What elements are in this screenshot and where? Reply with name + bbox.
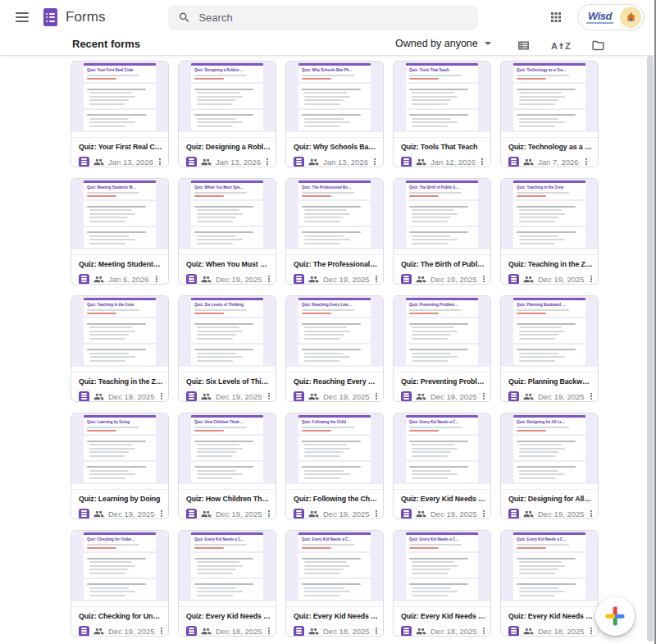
form-card[interactable]: Quiz: Every Kid Needs a C…	[500, 530, 599, 637]
more-options-button[interactable]	[585, 272, 598, 285]
more-options-button[interactable]	[580, 155, 593, 167]
scrollbar[interactable]	[647, 56, 654, 642]
form-title: Quiz: Every Kid Needs a C…	[508, 612, 593, 620]
app-title: Forms	[66, 9, 106, 25]
more-options-button[interactable]	[477, 390, 490, 402]
thumbnail-question-block	[513, 110, 585, 130]
form-card[interactable]: Quiz: Preventing Problem…	[393, 295, 491, 402]
form-card[interactable]: Quiz: Technology as a Too…	[500, 61, 599, 167]
form-card[interactable]: Quiz: The Birth of Public E…	[393, 178, 491, 285]
form-card[interactable]: Quiz: Planning Backward …	[500, 295, 599, 402]
form-thumbnail: Quiz: Six Levels of Thinking	[179, 296, 276, 372]
form-thumbnail: Quiz: Every Kid Needs a C…	[394, 413, 490, 490]
form-card[interactable]: Quiz: Designing a Roblox …	[178, 61, 276, 167]
form-card[interactable]: Quiz: When You Must Spe…	[178, 178, 276, 285]
form-card[interactable]: Quiz: Learning by Doing	[71, 413, 169, 519]
avatar[interactable]	[620, 7, 641, 28]
form-card[interactable]: Quiz: The Professional Bo…	[285, 178, 384, 285]
thumbnail-question-block	[84, 436, 156, 460]
thumbnail-form-header: Quiz: Tools That Teach	[406, 63, 478, 82]
forms-file-icon	[294, 274, 304, 285]
vertical-dots-icon	[371, 391, 381, 402]
forms-file-icon	[186, 626, 197, 637]
thumbnail-form-title: Quiz: The Professional Bo…	[302, 185, 367, 190]
apps-grid-button[interactable]	[544, 6, 567, 29]
more-options-button[interactable]	[476, 155, 489, 167]
thumbnail-form-header: Quiz: Designing for All Le…	[513, 415, 585, 434]
thumbnail-required-line	[194, 195, 224, 197]
shared-people-icon	[523, 509, 534, 519]
more-options-button[interactable]	[370, 390, 383, 402]
vertical-dots-icon	[479, 273, 489, 285]
list-view-button[interactable]	[513, 35, 534, 56]
form-thumbnail: Quiz: Every Kid Needs a C…	[179, 531, 276, 607]
form-card[interactable]: Quiz: Tools That Teach	[393, 61, 491, 167]
thumbnail-accent-bar	[513, 63, 585, 66]
form-card[interactable]: Quiz: Meeting Students W…	[71, 178, 169, 285]
form-card[interactable]: Quiz: Every Kid Needs a C…	[178, 530, 276, 637]
more-options-button[interactable]	[477, 624, 490, 637]
more-options-button[interactable]	[585, 390, 598, 402]
thumbnail-required-line	[409, 547, 439, 549]
owner-filter-dropdown[interactable]: Owned by anyone	[392, 36, 494, 51]
form-card[interactable]: Quiz: Teaching in the Zone	[71, 295, 169, 402]
vertical-dots-icon	[264, 273, 274, 285]
card-footer: Quiz: Learning by Doing Dec 19, 2025	[71, 490, 168, 519]
form-card[interactable]: Quiz: Checking for Under…	[71, 530, 169, 637]
card-meta: Dec 19, 2025	[294, 272, 378, 285]
more-options-button[interactable]	[477, 507, 490, 519]
thumbnail-line	[194, 427, 247, 428]
more-options-button[interactable]	[370, 624, 383, 637]
more-options-button[interactable]	[262, 272, 276, 285]
more-options-button[interactable]	[370, 272, 383, 285]
form-date: Dec 19, 2025	[108, 509, 155, 518]
thumbnail-form-title: Quiz: Checking for Under…	[87, 537, 153, 541]
more-options-button[interactable]	[155, 624, 168, 637]
form-card[interactable]: Quiz: Following the Child	[285, 413, 384, 519]
form-card[interactable]: Quiz: Six Levels of Thinking	[178, 295, 276, 402]
card-meta: Jan 7, 2026	[508, 155, 593, 167]
form-card[interactable]: Quiz: Every Kid Needs a C…	[393, 530, 491, 637]
more-options-button[interactable]	[153, 155, 166, 167]
main-menu-button[interactable]	[11, 7, 33, 28]
more-options-button[interactable]	[155, 390, 168, 402]
form-card[interactable]: Quiz: How Children Think …	[178, 413, 276, 519]
form-card[interactable]: Quiz: Every Kid Needs a C…	[393, 413, 491, 519]
more-options-button[interactable]	[262, 390, 276, 402]
form-card[interactable]: Quiz: Why Schools Ban Ph…	[285, 61, 384, 167]
form-card[interactable]: Quiz: Your First Real Code	[71, 61, 169, 167]
form-card[interactable]: Quiz: Every Kid Needs a C…	[285, 530, 384, 637]
account-pill[interactable]: Wisd	[577, 4, 645, 30]
more-options-button[interactable]	[155, 507, 168, 519]
more-options-button[interactable]	[370, 507, 383, 519]
card-meta: Dec 18, 2025	[186, 624, 271, 637]
thumbnail-accent-bar	[191, 532, 263, 535]
more-options-button[interactable]	[261, 155, 274, 167]
more-options-button[interactable]	[585, 507, 598, 519]
more-options-button[interactable]	[585, 624, 598, 637]
thumbnail-required-line	[409, 313, 439, 314]
form-title: Quiz: The Professional Bo…	[294, 260, 378, 268]
more-options-button[interactable]	[477, 272, 490, 285]
more-options-button[interactable]	[262, 624, 276, 637]
form-date: Jan 13, 2026	[108, 158, 153, 167]
card-meta: Dec 19, 2025	[186, 272, 271, 285]
folder-button[interactable]	[588, 35, 608, 56]
search-bar[interactable]	[168, 5, 478, 30]
more-options-button[interactable]	[150, 272, 163, 285]
more-options-button[interactable]	[368, 155, 381, 167]
thumbnail-line	[302, 75, 354, 76]
vertical-dots-icon	[152, 273, 162, 285]
search-input[interactable]	[198, 11, 467, 24]
shared-people-icon	[93, 391, 104, 402]
sort-button[interactable]: A Z	[548, 38, 574, 54]
form-card[interactable]: Quiz: Teaching in the Zone	[500, 178, 599, 285]
form-thumbnail: Quiz: Preventing Problem…	[394, 296, 490, 372]
create-form-button[interactable]	[595, 596, 635, 636]
thumbnail-question-block	[298, 110, 371, 130]
forms-logo-icon[interactable]	[43, 8, 57, 26]
more-options-button[interactable]	[262, 507, 276, 519]
form-card[interactable]: Quiz: Designing for All Le…	[500, 413, 599, 519]
form-card[interactable]: Quiz: Reaching Every Lear…	[285, 295, 384, 402]
schoolhouse-icon	[625, 11, 637, 24]
